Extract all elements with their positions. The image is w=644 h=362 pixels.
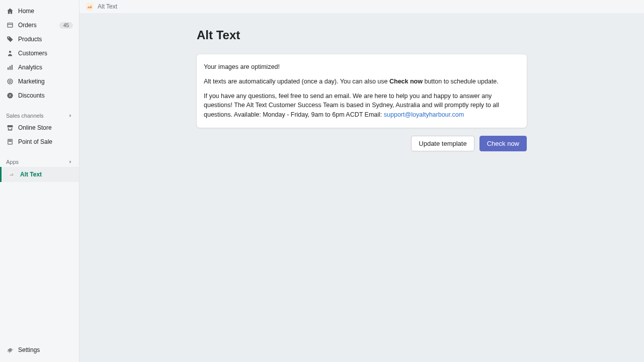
- nav-label: Customers: [18, 50, 73, 57]
- app-label: Alt Text: [20, 171, 42, 178]
- page-title: Alt Text: [197, 28, 527, 42]
- nav-marketing[interactable]: Marketing: [0, 74, 79, 88]
- check-now-button[interactable]: Check now: [479, 136, 527, 151]
- nav-label: Online Store: [18, 124, 73, 131]
- home-icon: [6, 7, 14, 15]
- nav-point-of-sale[interactable]: Point of Sale: [0, 135, 79, 149]
- nav-home[interactable]: Home: [0, 4, 79, 18]
- nav-label: Marketing: [18, 78, 73, 85]
- nav-settings[interactable]: Settings: [0, 343, 79, 357]
- section-label: Apps: [6, 159, 19, 165]
- apps-header[interactable]: Apps: [0, 153, 79, 167]
- card-line2: Alt texts are automatically updated (onc…: [204, 77, 520, 86]
- orders-icon: [6, 21, 14, 29]
- update-template-button[interactable]: Update template: [411, 136, 474, 151]
- topbar-title: Alt Text: [98, 3, 117, 10]
- orders-badge: 45: [59, 22, 73, 29]
- nav-label: Products: [18, 36, 73, 43]
- chevron-right-icon: [68, 113, 73, 118]
- pos-icon: [6, 138, 14, 146]
- analytics-icon: [6, 63, 14, 71]
- nav-label: Point of Sale: [18, 138, 73, 145]
- svg-rect-2: [8, 67, 9, 70]
- discount-icon: [6, 92, 14, 100]
- svg-rect-3: [10, 66, 11, 70]
- tag-icon: [6, 35, 14, 43]
- store-icon: [6, 124, 14, 132]
- nav-label: Settings: [18, 346, 73, 353]
- svg-rect-13: [86, 3, 93, 10]
- svg-rect-11: [9, 140, 11, 141]
- svg-rect-12: [9, 171, 15, 178]
- svg-rect-4: [12, 65, 13, 70]
- info-card: Your images are optimized! Alt texts are…: [197, 54, 527, 128]
- app-alt-text[interactable]: Alt Text: [0, 167, 79, 182]
- person-icon: [6, 49, 14, 57]
- svg-point-8: [9, 95, 10, 95]
- sales-channels-header[interactable]: Sales channels: [0, 107, 79, 121]
- nav-products[interactable]: Products: [0, 32, 79, 46]
- svg-rect-0: [8, 23, 13, 27]
- nav-label: Home: [18, 8, 73, 15]
- gear-icon: [6, 346, 14, 354]
- nav-discounts[interactable]: Discounts: [0, 88, 79, 103]
- content: Alt Text Your images are optimized! Alt …: [79, 13, 644, 362]
- alt-text-app-icon: [86, 3, 94, 11]
- card-line3: If you have any questions, feel free to …: [204, 92, 520, 120]
- alt-text-app-icon: [7, 170, 16, 179]
- button-row: Update template Check now: [197, 136, 527, 151]
- nav-analytics[interactable]: Analytics: [0, 60, 79, 74]
- marketing-icon: [6, 77, 14, 85]
- main-area: Alt Text Alt Text Your images are optimi…: [79, 0, 644, 362]
- nav-online-store[interactable]: Online Store: [0, 121, 79, 135]
- sidebar: Home Orders 45 Products Customers Anal: [0, 0, 79, 362]
- svg-point-6: [9, 80, 11, 82]
- nav-orders[interactable]: Orders 45: [0, 18, 79, 32]
- svg-point-9: [11, 96, 11, 97]
- nav-label: Analytics: [18, 64, 73, 71]
- support-email-link[interactable]: support@loyaltyharbour.com: [384, 111, 464, 118]
- section-label: Sales channels: [6, 113, 44, 119]
- nav-customers[interactable]: Customers: [0, 46, 79, 60]
- top-bar: Alt Text: [79, 0, 644, 13]
- svg-point-1: [9, 51, 11, 53]
- nav-label: Discounts: [18, 92, 73, 99]
- svg-point-5: [8, 79, 13, 84]
- card-line1: Your images are optimized!: [204, 62, 520, 72]
- nav-label: Orders: [18, 22, 59, 29]
- chevron-right-icon: [68, 159, 73, 164]
